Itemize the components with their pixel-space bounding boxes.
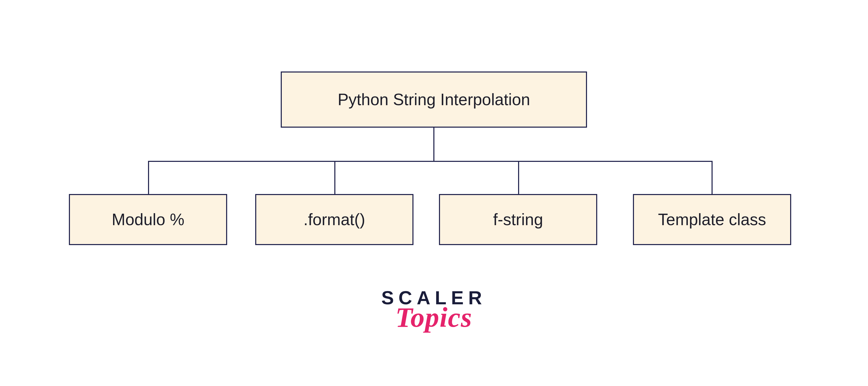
child-node-format: .format() <box>255 194 413 245</box>
connector-child-3 <box>518 161 519 194</box>
logo-line-2: Topics <box>380 305 488 330</box>
string-interpolation-diagram: Python String Interpolation Modulo % .fo… <box>0 0 868 386</box>
connector-child-2 <box>334 161 335 194</box>
child-node-label: f-string <box>493 210 543 229</box>
connector-child-4 <box>712 161 713 194</box>
child-node-label: .format() <box>304 210 365 229</box>
root-node-label: Python String Interpolation <box>338 90 530 109</box>
connector-horizontal <box>148 161 712 162</box>
child-node-modulo: Modulo % <box>69 194 227 245</box>
child-node-fstring: f-string <box>439 194 597 245</box>
child-node-label: Template class <box>658 210 766 229</box>
root-node: Python String Interpolation <box>281 71 587 128</box>
child-node-label: Modulo % <box>112 210 185 229</box>
child-node-template: Template class <box>633 194 791 245</box>
connector-root-drop <box>433 128 434 161</box>
scaler-topics-logo: SCALER Topics <box>380 289 488 330</box>
connector-child-1 <box>148 161 149 194</box>
